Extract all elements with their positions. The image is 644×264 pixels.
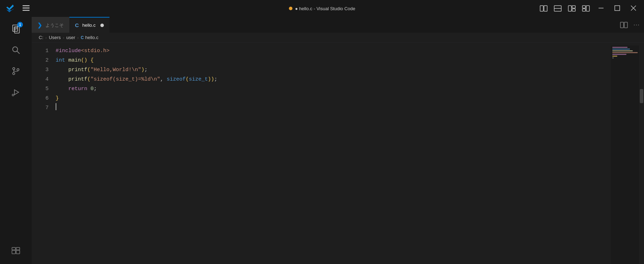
svg-rect-3 (540, 6, 543, 11)
token-space-4 (163, 75, 167, 84)
token-indent-5 (56, 84, 68, 94)
svg-point-24 (13, 68, 15, 70)
token-semi-4: ; (214, 75, 217, 84)
breadcrumb-user[interactable]: user (66, 35, 75, 40)
token-brace-open: { (90, 56, 94, 65)
token-include: #include (56, 46, 81, 56)
minimap-line-3 (612, 50, 633, 51)
title-bar-right (540, 5, 638, 12)
svg-rect-35 (624, 22, 627, 28)
breadcrumb-drive[interactable]: C: (39, 35, 43, 40)
svg-rect-10 (582, 6, 586, 8)
minimap-line-6 (612, 56, 617, 57)
svg-rect-30 (12, 250, 15, 254)
svg-rect-9 (572, 9, 575, 11)
code-line-5: return 0; (56, 84, 611, 94)
title-bar-left (6, 4, 30, 13)
activity-bar: 1 (0, 17, 32, 264)
split-editor-icon[interactable] (620, 22, 628, 28)
minimize-button[interactable] (596, 5, 606, 12)
token-indent-3 (56, 65, 68, 75)
tab-bar-actions: ··· (620, 17, 644, 33)
svg-rect-1 (23, 7, 30, 8)
activity-search[interactable] (7, 41, 25, 59)
code-line-1: #include<stdio.h> (56, 46, 611, 56)
code-editor[interactable]: 1 2 3 4 5 6 7 #include<stdio.h> int main… (32, 43, 644, 264)
token-paren-3b: ) (141, 65, 144, 75)
more-actions-icon[interactable]: ··· (633, 21, 640, 29)
svg-point-25 (13, 73, 15, 75)
search-icon (11, 45, 21, 55)
svg-rect-2 (23, 10, 30, 11)
code-line-4: printf("sizeof(size_t)=%ld\n", sizeof(si… (56, 75, 611, 84)
activity-explorer[interactable]: 1 (7, 20, 25, 38)
svg-rect-7 (568, 6, 571, 11)
minimap-line-4 (612, 52, 638, 53)
token-brace-close: } (56, 94, 59, 103)
minimap-line-2 (612, 49, 630, 50)
token-string-1: "Hello,World!\n" (90, 65, 141, 75)
svg-rect-12 (586, 6, 589, 11)
run-debug-icon (11, 87, 21, 97)
token-indent-4 (56, 75, 68, 84)
token-zero: 0 (90, 84, 94, 94)
token-string-2: "sizeof(size_t)=%ld\n" (90, 75, 160, 84)
token-space-3 (87, 56, 90, 65)
token-sizeof: sizeof (167, 75, 186, 84)
hamburger-menu-icon[interactable] (23, 5, 30, 12)
svg-rect-17 (13, 25, 18, 31)
svg-rect-8 (572, 6, 575, 8)
token-comma-4: , (160, 75, 163, 84)
svg-rect-32 (12, 247, 15, 250)
line-numbers: 1 2 3 4 5 6 7 (32, 45, 53, 264)
activity-scm[interactable] (7, 62, 25, 80)
code-line-3: printf("Hello,World!\n"); (56, 65, 611, 75)
svg-point-29 (12, 94, 14, 96)
token-int: int (56, 56, 65, 65)
activity-extensions[interactable] (7, 241, 25, 260)
layout-icon-1[interactable] (540, 5, 548, 12)
svg-rect-0 (23, 5, 30, 6)
activity-run[interactable] (7, 83, 25, 101)
extensions-icon (11, 246, 21, 256)
tab-helloc[interactable]: C hello.c (69, 17, 110, 33)
layout-icon-4[interactable] (582, 5, 590, 12)
token-paren-3a: ( (87, 65, 90, 75)
layout-icon-3[interactable] (568, 5, 576, 12)
text-cursor (56, 103, 56, 110)
vertical-scrollbar[interactable] (639, 45, 644, 264)
breadcrumb-c-icon: C (81, 35, 84, 40)
vscode-logo-icon (6, 4, 15, 13)
breadcrumb-sep-2: › (63, 36, 64, 40)
svg-rect-31 (16, 250, 20, 254)
layout-icon-2[interactable] (554, 5, 562, 12)
code-line-2: int main() { (56, 56, 611, 65)
token-semi-3: ; (144, 65, 148, 75)
breadcrumb-sep-3: › (77, 36, 79, 40)
minimap-line-7 (612, 57, 614, 58)
svg-line-23 (17, 51, 20, 54)
svg-rect-11 (582, 9, 586, 11)
token-paren-4d: ) (211, 75, 214, 84)
minimap (611, 45, 639, 264)
minimap-line-1 (612, 47, 627, 48)
maximize-button[interactable] (612, 5, 622, 12)
code-content: #include<stdio.h> int main() { printf("H… (53, 45, 611, 264)
token-space-2 (65, 56, 68, 65)
vscode-tab-icon: ❯ (37, 22, 42, 29)
tab-welcome-label: ようこそ (45, 22, 64, 29)
scrollbar-thumb[interactable] (640, 89, 643, 103)
explorer-badge: 1 (17, 22, 23, 27)
breadcrumb: C: › Users › user › C hello.c (32, 33, 644, 43)
minimap-content (611, 45, 639, 61)
token-space-5 (87, 84, 90, 94)
breadcrumb-file[interactable]: C hello.c (81, 35, 98, 40)
close-button[interactable] (629, 5, 638, 12)
token-printf-1: printf (68, 65, 87, 75)
breadcrumb-users[interactable]: Users (49, 35, 61, 40)
source-control-icon (11, 66, 21, 76)
code-line-7 (56, 103, 611, 110)
token-return: return (68, 84, 87, 94)
tab-welcome[interactable]: ❯ ようこそ (32, 17, 69, 33)
window-title: ● hello.c - Visual Studio Code (295, 6, 355, 11)
